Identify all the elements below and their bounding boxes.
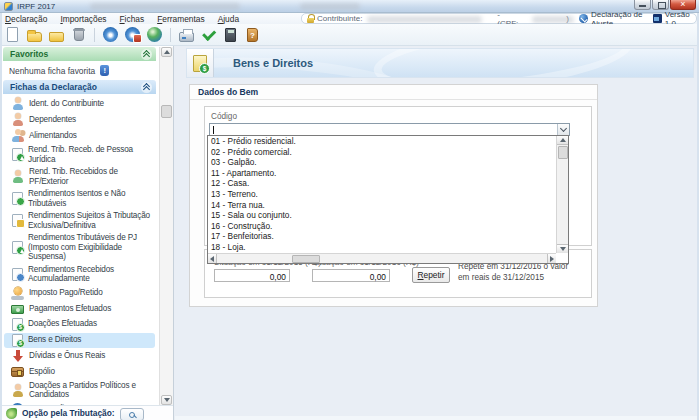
help-book-icon[interactable] <box>247 28 258 42</box>
sidebar-item[interactable]: Doações Efetuadas <box>4 317 155 332</box>
delete-icon[interactable] <box>74 28 84 41</box>
window-controls <box>634 0 696 10</box>
scroll-down-button[interactable] <box>557 244 568 253</box>
opcao-tributacao-bar: Opção pela Tributação: <box>2 405 173 420</box>
scrollbar-thumb[interactable] <box>558 146 568 159</box>
sidebar-item[interactable]: Rend. Trib. Recebidos de PF/Exterior <box>4 166 155 187</box>
receive-icon[interactable] <box>125 27 140 42</box>
codigo-label: Código <box>211 112 237 121</box>
section-separator <box>190 99 597 100</box>
tax-paid-icon <box>11 287 24 300</box>
assets-icon <box>12 334 23 347</box>
dropdown-option[interactable]: 12 - Casa. <box>208 178 556 189</box>
scrollbar-thumb[interactable] <box>292 255 320 263</box>
sidebar-item[interactable]: Rendimentos Sujeitos à Tributação Exclus… <box>4 210 155 231</box>
repetir-note-line2: em reais de 31/12/2015 <box>458 273 544 282</box>
internet-icon[interactable] <box>147 27 162 42</box>
sidebar-item[interactable]: Alimentandos <box>4 128 155 143</box>
scroll-right-button[interactable] <box>547 254 556 263</box>
favoritos-header[interactable]: Favoritos <box>3 47 156 61</box>
dropdown-option[interactable]: 01 - Prédio residencial. <box>208 136 556 147</box>
sidebar-item[interactable]: Imposto Pago/Retido <box>4 286 155 301</box>
sidebar-item[interactable]: Doações a Partidos Políticos e Candidato… <box>4 380 155 401</box>
fichas-header[interactable]: Fichas da Declaração <box>3 80 156 94</box>
tributacao-icon <box>6 408 17 419</box>
maximize-button[interactable] <box>652 0 669 10</box>
verify-icon[interactable] <box>201 27 216 42</box>
dropdown-option[interactable]: 13 - Terreno. <box>208 189 556 200</box>
sidebar-item-label: Pagamentos Efetuados <box>29 304 111 314</box>
sidebar-item-label: Rendimentos Isentos e Não Tributáveis <box>28 189 153 208</box>
dropdown-option[interactable]: 15 - Sala ou conjunto. <box>208 210 556 221</box>
scroll-up-button[interactable] <box>161 47 172 57</box>
income-pf-icon <box>11 170 24 183</box>
repetir-note: Repete em 31/12/2016 o valor em reais de… <box>458 262 583 283</box>
situacao-2016-field[interactable]: 0,00 <box>312 269 390 282</box>
open-declaration-icon[interactable] <box>27 32 42 42</box>
combobox-dropdown-button[interactable] <box>557 124 569 135</box>
sidebar-item[interactable]: Rendimentos Recebidos Acumuladamente <box>4 264 155 285</box>
sidebar-item[interactable]: Rendimentos Isentos e Não Tributáveis <box>4 188 155 209</box>
toolbar-separator[interactable] <box>94 28 95 42</box>
codigo-dropdown-list: 01 - Prédio residencial.02 - Prédio come… <box>207 135 569 264</box>
sidebar-item-label: Alimentandos <box>29 131 77 141</box>
repetir-button[interactable]: Repetir <box>412 267 450 283</box>
favoritos-empty-row: Nenhuma ficha favorita <box>9 63 109 78</box>
sidebar-item[interactable]: Ident. do Contribuinte <box>4 96 155 111</box>
menu-item[interactable]: Fichas <box>119 14 144 24</box>
collapse-chevron-icon[interactable] <box>141 49 152 60</box>
search-icon <box>129 412 135 418</box>
opcao-tributacao-label: Opção pela Tributação: <box>22 408 115 418</box>
sidebar-item[interactable]: Espólio <box>4 365 155 379</box>
search-button[interactable] <box>120 408 144 420</box>
irpf-application-window: IRPF 2017 DeclaraçãoImportaçõesFichasFer… <box>0 0 699 420</box>
collapse-chevron-icon[interactable] <box>141 82 152 93</box>
print-icon[interactable] <box>179 32 194 42</box>
situacao-2015-field[interactable]: 0,00 <box>214 269 290 282</box>
dropdown-option[interactable]: 18 - Loja. <box>208 242 556 253</box>
chevron-down-icon <box>560 124 567 131</box>
donations-icon <box>12 318 23 331</box>
menu-item[interactable]: Ferramentas <box>157 14 204 24</box>
sidebar-item-label: Imposto Pago/Retido <box>29 288 103 298</box>
sidebar-item-label: Bens e Direitos <box>28 335 81 345</box>
sidebar-item[interactable]: Rendimentos Tributáveis de PJ (Imposto c… <box>4 232 155 263</box>
text-caret <box>213 126 214 134</box>
dropdown-option[interactable]: 14 - Terra nua. <box>208 200 556 211</box>
dropdown-option[interactable]: 16 - Construção. <box>208 221 556 232</box>
dropdown-option[interactable]: 17 - Benfeitorias. <box>208 231 556 242</box>
dropdown-option[interactable]: 03 - Galpão. <box>208 157 556 168</box>
calculator-icon[interactable] <box>225 28 236 42</box>
sidebar-item[interactable]: Rend. Trib. Receb. de Pessoa Jurídica <box>4 144 155 165</box>
scroll-left-button[interactable] <box>208 254 217 263</box>
window-border-left <box>0 13 2 420</box>
party-donations-icon <box>11 384 24 397</box>
dropdown-horizontal-scrollbar[interactable] <box>208 253 556 263</box>
scroll-up-button[interactable] <box>557 136 568 145</box>
transmit-icon[interactable] <box>103 27 118 42</box>
info-icon[interactable] <box>100 65 109 76</box>
minimize-button[interactable] <box>634 0 651 10</box>
sidebar-item[interactable]: Dívidas e Ônus Reais <box>4 349 155 364</box>
folder-icon[interactable] <box>49 32 64 42</box>
sidebar-scrollbar[interactable] <box>159 47 173 405</box>
close-button[interactable] <box>670 0 696 10</box>
dropdown-vertical-scrollbar[interactable] <box>556 136 568 253</box>
sidebar-item[interactable]: Pagamentos Efetuados <box>4 302 155 316</box>
dropdown-items: 01 - Prédio residencial.02 - Prédio come… <box>208 136 556 253</box>
dropdown-option[interactable]: 11 - Apartamento. <box>208 168 556 179</box>
dropdown-option[interactable]: 02 - Prédio comercial. <box>208 147 556 158</box>
scroll-down-button[interactable] <box>161 395 172 405</box>
menu-item[interactable]: Declaração <box>5 14 47 24</box>
new-declaration-icon[interactable] <box>7 27 18 42</box>
menu-item[interactable]: Ajuda <box>218 14 239 24</box>
codigo-input[interactable] <box>210 124 556 135</box>
sidebar-item[interactable]: Dependentes <box>4 112 155 127</box>
sidebar-item[interactable]: Bens e Direitos <box>4 333 155 348</box>
page-title: Bens e Direitos <box>233 57 313 69</box>
toolbar-separator[interactable] <box>170 28 171 42</box>
scrollbar-thumb[interactable] <box>161 105 172 118</box>
menu-item[interactable]: Importações <box>60 14 106 24</box>
redacted-cpf-blur <box>532 16 574 23</box>
redacted-blur <box>300 3 360 10</box>
